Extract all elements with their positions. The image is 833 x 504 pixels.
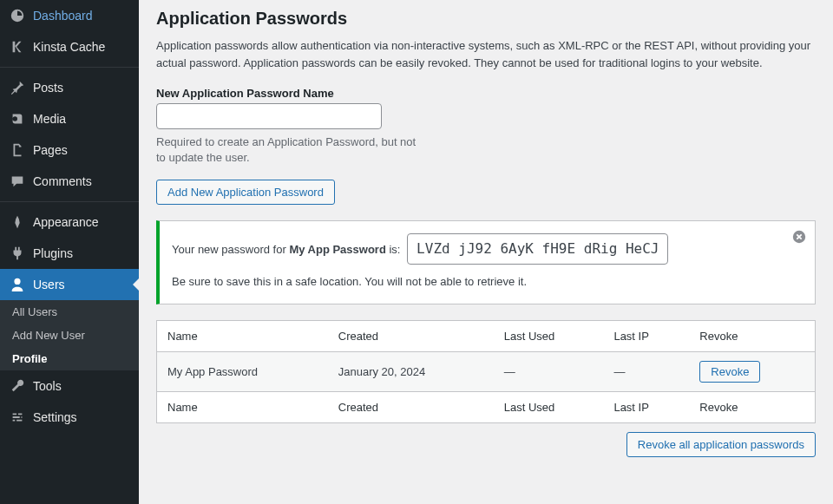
sidebar-item-tools[interactable]: Tools xyxy=(0,370,139,402)
sidebar-item-plugins[interactable]: Plugins xyxy=(0,238,139,269)
kinsta-icon xyxy=(9,38,26,56)
dashboard-icon xyxy=(9,7,26,24)
revoke-all-button[interactable]: Revoke all application passwords xyxy=(626,432,816,457)
cell-created: January 20, 2024 xyxy=(328,351,494,391)
cell-last-used: — xyxy=(494,351,604,391)
cell-revoke: Revoke xyxy=(689,351,815,391)
sidebar-item-users[interactable]: Users xyxy=(0,269,139,300)
add-new-application-password-button[interactable]: Add New Application Password xyxy=(156,180,335,205)
plugins-icon xyxy=(9,245,26,262)
col-footer-created: Created xyxy=(328,391,494,422)
sidebar-item-settings[interactable]: Settings xyxy=(0,402,139,433)
col-footer-last-ip: Last IP xyxy=(603,391,689,422)
notice-suffix: is: xyxy=(386,243,401,256)
sidebar-item-label: Plugins xyxy=(33,246,73,260)
new-password-name-input[interactable] xyxy=(156,103,382,129)
sidebar-item-label: Comments xyxy=(33,174,92,188)
users-icon xyxy=(9,276,26,293)
generated-password-value[interactable]: LVZd jJ92 6AyK fH9E dRig HeCJ xyxy=(407,233,668,265)
col-header-name[interactable]: Name xyxy=(157,320,328,351)
sidebar-separator xyxy=(0,201,139,202)
table-row: My App Password January 20, 2024 — — Rev… xyxy=(157,351,816,391)
sidebar-item-kinsta-cache[interactable]: Kinsta Cache xyxy=(0,31,139,62)
sidebar-separator xyxy=(0,67,139,68)
sidebar-item-appearance[interactable]: Appearance xyxy=(0,206,139,238)
sidebar-submenu-users: All Users Add New User Profile xyxy=(0,300,139,370)
revoke-button[interactable]: Revoke xyxy=(699,361,760,383)
sidebar-item-pages[interactable]: Pages xyxy=(0,134,139,166)
new-password-name-label: New Application Password Name xyxy=(156,87,816,100)
sidebar-item-posts[interactable]: Posts xyxy=(0,72,139,103)
appearance-icon xyxy=(9,213,26,231)
col-header-last-used[interactable]: Last Used xyxy=(494,320,604,351)
dismiss-notice-icon[interactable] xyxy=(790,228,808,245)
main-content: Application Passwords Application passwo… xyxy=(139,0,833,504)
comments-icon xyxy=(9,173,26,190)
notice-reminder: Be sure to save this in a safe location.… xyxy=(172,273,780,291)
page-description: Application passwords allow authenticati… xyxy=(156,37,816,71)
sidebar-item-label: Tools xyxy=(33,379,62,393)
sidebar-subitem-all-users[interactable]: All Users xyxy=(0,300,139,324)
table-actions: Revoke all application passwords xyxy=(156,432,816,457)
sidebar-subitem-add-new-user[interactable]: Add New User xyxy=(0,324,139,347)
settings-icon xyxy=(9,409,26,426)
cell-last-ip: — xyxy=(603,351,689,391)
admin-sidebar: Dashboard Kinsta Cache Posts Media Pages… xyxy=(0,0,139,504)
sidebar-item-label: Settings xyxy=(33,410,77,424)
pages-icon xyxy=(9,141,26,159)
new-password-name-hint: Required to create an Application Passwo… xyxy=(156,134,416,166)
sidebar-item-dashboard[interactable]: Dashboard xyxy=(0,0,139,31)
col-header-created[interactable]: Created xyxy=(328,320,494,351)
tools-icon xyxy=(9,377,26,395)
col-header-last-ip[interactable]: Last IP xyxy=(603,320,689,351)
sidebar-item-label: Appearance xyxy=(33,215,99,229)
sidebar-item-label: Kinsta Cache xyxy=(33,40,105,54)
sidebar-subitem-profile[interactable]: Profile xyxy=(0,347,139,370)
notice-app-name: My App Password xyxy=(289,243,385,256)
col-footer-name: Name xyxy=(157,391,328,422)
sidebar-item-label: Posts xyxy=(33,81,63,95)
page-title: Application Passwords xyxy=(156,9,816,29)
sidebar-item-label: Media xyxy=(33,112,66,126)
application-passwords-table: Name Created Last Used Last IP Revoke My… xyxy=(156,320,816,423)
col-footer-last-used: Last Used xyxy=(494,391,604,422)
sidebar-item-comments[interactable]: Comments xyxy=(0,166,139,197)
notice-prefix: Your new password for xyxy=(172,243,289,256)
pin-icon xyxy=(9,79,26,96)
sidebar-item-label: Pages xyxy=(33,143,68,157)
sidebar-item-label: Users xyxy=(33,278,65,291)
col-footer-revoke: Revoke xyxy=(689,391,815,422)
cell-name: My App Password xyxy=(157,351,328,391)
sidebar-item-label: Dashboard xyxy=(33,9,93,23)
col-header-revoke: Revoke xyxy=(689,320,815,351)
new-password-notice: Your new password for My App Password is… xyxy=(156,220,816,304)
sidebar-item-media[interactable]: Media xyxy=(0,103,139,134)
media-icon xyxy=(9,110,26,128)
